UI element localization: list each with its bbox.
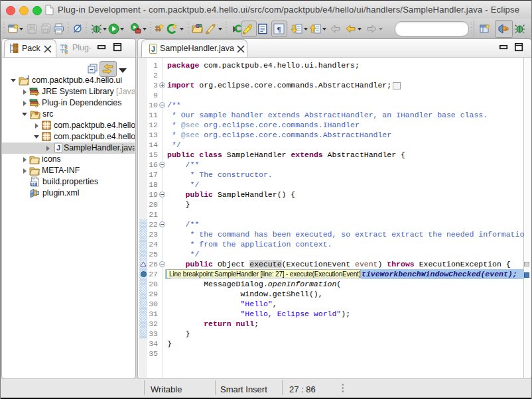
svg-text:010: 010 bbox=[31, 182, 37, 187]
svg-text:J: J bbox=[151, 45, 155, 53]
svg-text:¶: ¶ bbox=[277, 25, 281, 33]
svg-text:J: J bbox=[27, 75, 29, 80]
svg-text:J: J bbox=[56, 144, 60, 152]
